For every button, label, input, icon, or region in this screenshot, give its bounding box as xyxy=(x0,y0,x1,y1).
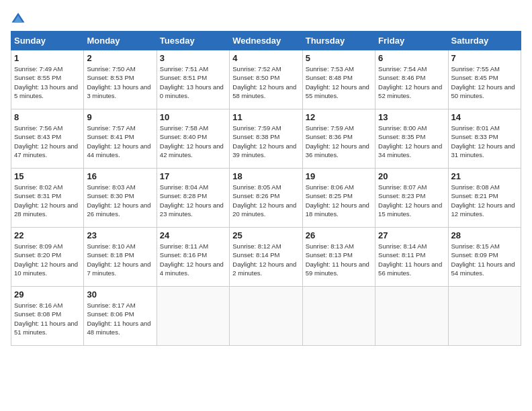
calendar-cell: 12 Sunrise: 7:59 AMSunset: 8:36 PMDaylig… xyxy=(302,109,375,169)
day-info: Sunrise: 8:06 AMSunset: 8:25 PMDaylight:… xyxy=(306,183,372,218)
day-info: Sunrise: 8:05 AMSunset: 8:26 PMDaylight:… xyxy=(232,183,299,218)
calendar-cell: 25 Sunrise: 8:12 AMSunset: 8:14 PMDaylig… xyxy=(230,228,302,287)
day-info: Sunrise: 7:51 AMSunset: 8:51 PMDaylight:… xyxy=(160,64,226,100)
day-number: 23 xyxy=(87,230,153,240)
logo-icon xyxy=(11,11,26,26)
calendar-cell: 6 Sunrise: 7:54 AMSunset: 8:46 PMDayligh… xyxy=(375,50,448,109)
calendar-cell: 8 Sunrise: 7:56 AMSunset: 8:43 PMDayligh… xyxy=(11,109,84,169)
day-number: 13 xyxy=(378,112,445,122)
day-number: 7 xyxy=(451,53,518,63)
header-tuesday: Tuesday xyxy=(157,32,229,50)
header-friday: Friday xyxy=(375,32,448,50)
day-info: Sunrise: 8:15 AMSunset: 8:09 PMDaylight:… xyxy=(451,242,518,277)
calendar-cell xyxy=(157,287,229,346)
day-info: Sunrise: 8:02 AMSunset: 8:31 PMDaylight:… xyxy=(14,183,81,218)
logo xyxy=(11,11,27,26)
calendar-cell: 30 Sunrise: 8:17 AMSunset: 8:06 PMDaylig… xyxy=(84,287,157,346)
day-info: Sunrise: 8:14 AMSunset: 8:11 PMDaylight:… xyxy=(378,242,445,277)
day-info: Sunrise: 8:01 AMSunset: 8:33 PMDaylight:… xyxy=(451,124,518,159)
day-info: Sunrise: 7:59 AMSunset: 8:36 PMDaylight:… xyxy=(306,124,372,159)
calendar-cell: 16 Sunrise: 8:03 AMSunset: 8:30 PMDaylig… xyxy=(84,169,157,228)
day-number: 19 xyxy=(306,171,372,181)
day-info: Sunrise: 7:58 AMSunset: 8:40 PMDaylight:… xyxy=(160,124,226,159)
day-number: 9 xyxy=(87,112,153,122)
day-info: Sunrise: 7:49 AMSunset: 8:55 PMDaylight:… xyxy=(14,64,81,100)
day-number: 15 xyxy=(14,171,81,181)
calendar-cell: 2 Sunrise: 7:50 AMSunset: 8:53 PMDayligh… xyxy=(84,50,157,109)
day-info: Sunrise: 8:13 AMSunset: 8:13 PMDaylight:… xyxy=(306,242,372,277)
day-info: Sunrise: 8:17 AMSunset: 8:06 PMDaylight:… xyxy=(87,301,153,336)
calendar-body: 1 Sunrise: 7:49 AMSunset: 8:55 PMDayligh… xyxy=(11,50,521,346)
header-thursday: Thursday xyxy=(302,32,375,50)
calendar-cell xyxy=(302,287,375,346)
day-number: 12 xyxy=(306,112,372,122)
day-number: 30 xyxy=(87,289,153,300)
day-number: 28 xyxy=(451,230,518,240)
day-info: Sunrise: 7:55 AMSunset: 8:45 PMDaylight:… xyxy=(451,64,518,100)
day-number: 5 xyxy=(306,53,372,63)
day-info: Sunrise: 7:57 AMSunset: 8:41 PMDaylight:… xyxy=(87,124,153,159)
day-number: 25 xyxy=(232,230,299,240)
day-number: 20 xyxy=(378,171,445,181)
day-info: Sunrise: 8:07 AMSunset: 8:23 PMDaylight:… xyxy=(378,183,445,218)
day-number: 6 xyxy=(378,53,445,63)
calendar-cell: 5 Sunrise: 7:53 AMSunset: 8:48 PMDayligh… xyxy=(302,50,375,109)
day-number: 24 xyxy=(160,230,226,240)
day-info: Sunrise: 8:16 AMSunset: 8:08 PMDaylight:… xyxy=(14,301,81,336)
day-info: Sunrise: 8:00 AMSunset: 8:35 PMDaylight:… xyxy=(378,124,445,159)
calendar-cell: 20 Sunrise: 8:07 AMSunset: 8:23 PMDaylig… xyxy=(375,169,448,228)
header-saturday: Saturday xyxy=(448,32,521,50)
day-info: Sunrise: 7:59 AMSunset: 8:38 PMDaylight:… xyxy=(232,124,299,159)
week-row-2: 8 Sunrise: 7:56 AMSunset: 8:43 PMDayligh… xyxy=(11,109,521,169)
header-row: SundayMondayTuesdayWednesdayThursdayFrid… xyxy=(11,32,521,50)
calendar-cell: 9 Sunrise: 7:57 AMSunset: 8:41 PMDayligh… xyxy=(84,109,157,169)
calendar-table: SundayMondayTuesdayWednesdayThursdayFrid… xyxy=(11,31,521,346)
calendar-cell xyxy=(230,287,302,346)
day-number: 2 xyxy=(87,53,153,63)
calendar-cell: 14 Sunrise: 8:01 AMSunset: 8:33 PMDaylig… xyxy=(448,109,521,169)
day-number: 11 xyxy=(232,112,299,122)
calendar-cell: 1 Sunrise: 7:49 AMSunset: 8:55 PMDayligh… xyxy=(11,50,84,109)
calendar-header: SundayMondayTuesdayWednesdayThursdayFrid… xyxy=(11,32,521,50)
calendar-cell: 26 Sunrise: 8:13 AMSunset: 8:13 PMDaylig… xyxy=(302,228,375,287)
calendar-cell: 4 Sunrise: 7:52 AMSunset: 8:50 PMDayligh… xyxy=(230,50,302,109)
day-info: Sunrise: 8:09 AMSunset: 8:20 PMDaylight:… xyxy=(14,242,81,277)
calendar-cell xyxy=(448,287,521,346)
week-row-5: 29 Sunrise: 8:16 AMSunset: 8:08 PMDaylig… xyxy=(11,287,521,346)
day-number: 10 xyxy=(160,112,226,122)
calendar-cell: 17 Sunrise: 8:04 AMSunset: 8:28 PMDaylig… xyxy=(157,169,229,228)
calendar-cell: 3 Sunrise: 7:51 AMSunset: 8:51 PMDayligh… xyxy=(157,50,229,109)
day-info: Sunrise: 8:04 AMSunset: 8:28 PMDaylight:… xyxy=(160,183,226,218)
calendar-cell: 29 Sunrise: 8:16 AMSunset: 8:08 PMDaylig… xyxy=(11,287,84,346)
calendar-cell: 18 Sunrise: 8:05 AMSunset: 8:26 PMDaylig… xyxy=(230,169,302,228)
week-row-4: 22 Sunrise: 8:09 AMSunset: 8:20 PMDaylig… xyxy=(11,228,521,287)
page-header xyxy=(11,11,521,26)
calendar-cell: 22 Sunrise: 8:09 AMSunset: 8:20 PMDaylig… xyxy=(11,228,84,287)
week-row-3: 15 Sunrise: 8:02 AMSunset: 8:31 PMDaylig… xyxy=(11,169,521,228)
day-number: 8 xyxy=(14,112,81,122)
calendar-cell: 11 Sunrise: 7:59 AMSunset: 8:38 PMDaylig… xyxy=(230,109,302,169)
day-number: 18 xyxy=(232,171,299,181)
day-info: Sunrise: 7:54 AMSunset: 8:46 PMDaylight:… xyxy=(378,64,445,100)
calendar-cell: 13 Sunrise: 8:00 AMSunset: 8:35 PMDaylig… xyxy=(375,109,448,169)
day-info: Sunrise: 7:53 AMSunset: 8:48 PMDaylight:… xyxy=(306,64,372,100)
day-info: Sunrise: 8:11 AMSunset: 8:16 PMDaylight:… xyxy=(160,242,226,277)
calendar-cell: 15 Sunrise: 8:02 AMSunset: 8:31 PMDaylig… xyxy=(11,169,84,228)
header-monday: Monday xyxy=(84,32,157,50)
calendar-cell: 21 Sunrise: 8:08 AMSunset: 8:21 PMDaylig… xyxy=(448,169,521,228)
day-info: Sunrise: 8:08 AMSunset: 8:21 PMDaylight:… xyxy=(451,183,518,218)
header-wednesday: Wednesday xyxy=(230,32,302,50)
day-number: 29 xyxy=(14,289,81,300)
day-info: Sunrise: 7:52 AMSunset: 8:50 PMDaylight:… xyxy=(232,64,299,100)
calendar-cell: 7 Sunrise: 7:55 AMSunset: 8:45 PMDayligh… xyxy=(448,50,521,109)
calendar-cell: 27 Sunrise: 8:14 AMSunset: 8:11 PMDaylig… xyxy=(375,228,448,287)
day-info: Sunrise: 7:50 AMSunset: 8:53 PMDaylight:… xyxy=(87,64,153,100)
calendar-cell: 19 Sunrise: 8:06 AMSunset: 8:25 PMDaylig… xyxy=(302,169,375,228)
header-sunday: Sunday xyxy=(11,32,84,50)
day-number: 17 xyxy=(160,171,226,181)
calendar-cell xyxy=(375,287,448,346)
day-number: 4 xyxy=(232,53,299,63)
day-number: 21 xyxy=(451,171,518,181)
calendar-cell: 24 Sunrise: 8:11 AMSunset: 8:16 PMDaylig… xyxy=(157,228,229,287)
day-number: 1 xyxy=(14,53,81,63)
